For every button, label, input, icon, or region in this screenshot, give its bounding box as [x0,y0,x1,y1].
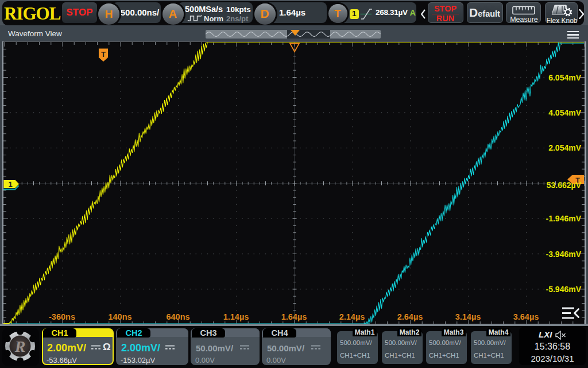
svg-text:1: 1 [8,180,12,189]
svg-text:1.14µs: 1.14µs [223,312,249,321]
svg-text:640ns: 640ns [166,312,189,321]
svg-text:2.64µs: 2.64µs [397,312,423,321]
svg-text:140ns: 140ns [108,312,131,321]
svg-text:-360ns: -360ns [49,312,75,321]
svg-text:-3.946mV: -3.946mV [546,249,581,258]
svg-text:1.64µs: 1.64µs [281,312,307,321]
svg-text:-5.946mV: -5.946mV [546,284,581,293]
svg-text:R: R [14,338,26,355]
svg-text:4.054mV: 4.054mV [548,108,581,117]
svg-text:2.14µs: 2.14µs [339,312,365,321]
svg-text:3.64µs: 3.64µs [513,312,539,321]
svg-text:53.662µV: 53.662µV [546,180,581,189]
svg-text:2.054mV: 2.054mV [548,143,581,152]
svg-text:-1.946mV: -1.946mV [546,214,581,223]
svg-text:3.14µs: 3.14µs [455,312,481,321]
svg-text:T: T [101,49,106,58]
svg-text:6.054mV: 6.054mV [548,72,581,82]
